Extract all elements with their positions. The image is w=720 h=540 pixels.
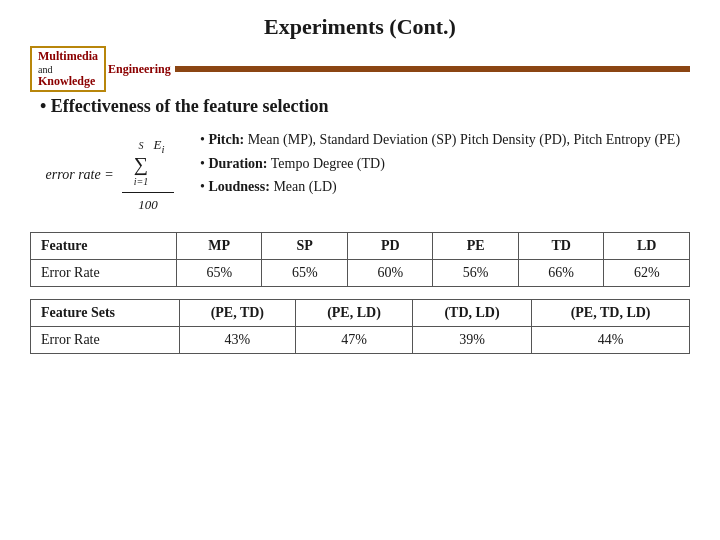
- bullet-icon: •: [40, 96, 51, 116]
- logo-right-bar: [175, 66, 690, 72]
- table-header-ld: LD: [604, 232, 690, 259]
- table2-header-petdld: (PE, TD, LD): [532, 299, 690, 326]
- table-row: Feature Sets (PE, TD) (PE, LD) (TD, LD) …: [31, 299, 690, 326]
- table-header-mp: MP: [177, 232, 262, 259]
- table-header-pd: PD: [347, 232, 432, 259]
- table-row: Feature MP SP PD PE TD LD: [31, 232, 690, 259]
- sum-symbol: ∑: [134, 154, 148, 174]
- sum-notation: S ∑ i=1: [134, 138, 149, 190]
- table-row: Error Rate 43% 47% 39% 44%: [31, 326, 690, 353]
- table-header-sp: SP: [262, 232, 347, 259]
- table-header-td: TD: [518, 232, 603, 259]
- table2-header-peld: (PE, LD): [296, 299, 413, 326]
- logo-engineering: Engineering: [108, 62, 171, 77]
- table-cell-error-rate: Error Rate: [31, 259, 177, 286]
- formula-fraction: S ∑ i=1 Ei 100: [122, 135, 175, 216]
- table2-cell-petd-val: 43%: [179, 326, 295, 353]
- bullets-text: • Pitch: Mean (MP), Standard Deviation (…: [200, 129, 690, 200]
- table-cell-pe-val: 56%: [433, 259, 518, 286]
- table2-header-sets: Feature Sets: [31, 299, 180, 326]
- sum-bottom: i=1: [134, 174, 149, 190]
- formula-block: error rate = S ∑ i=1 Ei 100: [46, 135, 175, 216]
- logo-bar: Multimedia and Knowledge Engineering: [30, 50, 690, 88]
- page-title: Experiments (Cont.): [30, 14, 690, 40]
- logo-box: Multimedia and Knowledge: [30, 46, 106, 91]
- table-cell-ld-val: 62%: [604, 259, 690, 286]
- table2-cell-peld-val: 47%: [296, 326, 413, 353]
- page: Experiments (Cont.) Multimedia and Knowl…: [0, 0, 720, 540]
- formula-denominator: 100: [128, 193, 168, 216]
- logo-and: and: [38, 64, 98, 75]
- table2-header-petd: (PE, TD): [179, 299, 295, 326]
- table-cell-sp-val: 65%: [262, 259, 347, 286]
- table-cell-td-val: 66%: [518, 259, 603, 286]
- sum-top: S: [138, 138, 143, 154]
- bullet-main-text: Effectiveness of the feature selection: [51, 96, 329, 116]
- table1: Feature MP SP PD PE TD LD Error Rate 65%…: [30, 232, 690, 287]
- bullet-main: • Effectiveness of the feature selection: [40, 96, 690, 117]
- sum-variable: Ei: [153, 137, 164, 152]
- bullet-section: • Effectiveness of the feature selection: [40, 96, 690, 123]
- bullet-duration: • Duration: Tempo Degree (TD): [200, 153, 690, 175]
- table-cell-mp-val: 65%: [177, 259, 262, 286]
- table2: Feature Sets (PE, TD) (PE, LD) (TD, LD) …: [30, 299, 690, 354]
- formula-area: error rate = S ∑ i=1 Ei 100: [30, 129, 190, 222]
- table1-wrap: Feature MP SP PD PE TD LD Error Rate 65%…: [30, 232, 690, 287]
- table2-header-tdld: (TD, LD): [412, 299, 531, 326]
- bullet-loudness: • Loudness: Mean (LD): [200, 176, 690, 198]
- table2-cell-petdld-val: 44%: [532, 326, 690, 353]
- table-header-feature: Feature: [31, 232, 177, 259]
- bullet-pitch: • Pitch: Mean (MP), Standard Deviation (…: [200, 129, 690, 151]
- formula-numerator: S ∑ i=1 Ei: [122, 135, 175, 193]
- table-cell-pd-val: 60%: [347, 259, 432, 286]
- logo-multimedia: Multimedia: [38, 50, 98, 63]
- table-header-pe: PE: [433, 232, 518, 259]
- table2-cell-tdld-val: 39%: [412, 326, 531, 353]
- logo-knowledge: Knowledge: [38, 75, 98, 88]
- content-area: error rate = S ∑ i=1 Ei 100 • Pitch: Mea…: [30, 129, 690, 222]
- table2-wrap: Feature Sets (PE, TD) (PE, LD) (TD, LD) …: [30, 299, 690, 354]
- table2-cell-error-rate: Error Rate: [31, 326, 180, 353]
- table-row: Error Rate 65% 65% 60% 56% 66% 62%: [31, 259, 690, 286]
- formula-label: error rate =: [46, 164, 114, 186]
